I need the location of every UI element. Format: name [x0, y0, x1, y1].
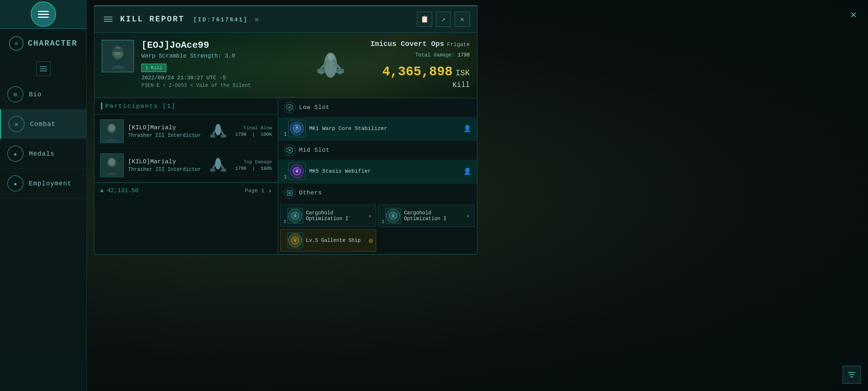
participant-stat-label-1: Final Blow [235, 125, 272, 131]
combat-icon: ✕ [8, 116, 25, 132]
svg-rect-4 [112, 49, 123, 52]
kill-location: P3EN-E < Z-D053 < Vale of the Silent [141, 83, 291, 88]
svg-point-17 [109, 124, 115, 131]
kill-report-modal: KILL REPORT [ID:7617641] ⊡ 📋 ↗ ✕ [94, 5, 477, 255]
participant-avatar-1 [100, 119, 124, 143]
warp-core-person-icon: 👤 [463, 125, 471, 133]
kill-hero: [EOJ]JoAce99 Warp Scramble Strength: 3.0… [94, 33, 477, 98]
sidebar: ⊙ CHARACTER ⊙ Bio ✕ Combat ★ Medals ★ Em… [0, 0, 87, 391]
svg-point-13 [319, 72, 323, 75]
sidebar-menu-btn[interactable] [36, 62, 51, 76]
menu-line-1 [40, 66, 47, 67]
svg-rect-29 [210, 169, 215, 172]
sidebar-item-label-employment: Employment [29, 180, 72, 187]
slot-item-warp-core[interactable]: 1 MK1 Warp Core Stabi [278, 117, 477, 140]
modal-menu-icon[interactable] [102, 13, 115, 26]
others-item-cargo-2[interactable]: 1 [378, 205, 474, 227]
hamburger-button[interactable] [31, 1, 56, 27]
ship-image [298, 40, 363, 91]
sidebar-item-employment[interactable]: ★ Employment [0, 169, 86, 198]
character-icon: ⊙ [9, 36, 24, 51]
ship-class: Frigate [447, 42, 470, 48]
participant-item-1[interactable]: [KILO]Marialy Thrasher III Interdictor [94, 114, 278, 148]
svg-rect-30 [221, 169, 226, 172]
svg-point-42 [392, 215, 394, 217]
svg-rect-41 [392, 214, 394, 215]
low-slot-items: 1 MK1 Warp Core Stabi [278, 117, 477, 140]
cargo-2-icon [385, 208, 401, 224]
others-icon [284, 187, 295, 199]
low-slot-title: Low Slot [299, 104, 330, 111]
modal-close-button[interactable]: ✕ [455, 12, 470, 27]
sidebar-nav-title: CHARACTER [28, 39, 77, 48]
sidebar-item-combat[interactable]: ✕ Combat [0, 109, 86, 139]
modal-menu-line-3 [104, 21, 112, 22]
participant-info-2: [KILO]Marialy Thrasher III Interdictor [128, 158, 201, 172]
participant-name-2: [KILO]Marialy [128, 158, 201, 165]
isk-value: 4,365,898 [382, 64, 452, 79]
medals-icon: ★ [7, 146, 24, 162]
skill-icon: V [287, 232, 303, 248]
participant-ship-1: Thrasher III Interdictor [128, 133, 201, 138]
others-header: Others [278, 184, 477, 202]
pagination-next[interactable]: › [268, 187, 272, 194]
participant-stats-1: Final Blow 1798 | 100% [235, 125, 272, 137]
kill-result: Kill [370, 81, 470, 89]
bio-icon: ⊙ [7, 86, 24, 102]
filter-button[interactable] [843, 366, 861, 384]
svg-rect-21 [210, 135, 215, 138]
sidebar-item-label-bio: Bio [29, 91, 42, 98]
sidebar-item-bio[interactable]: ⊙ Bio [0, 80, 86, 109]
mid-slot-section: Mid Slot 1 [278, 141, 477, 184]
ship-svg [307, 43, 354, 87]
modal-body: Participants [1] [KILO]Marialy [94, 98, 477, 254]
hamburger-line-2 [38, 14, 49, 15]
participant-ship-img-1 [205, 122, 231, 140]
svg-point-20 [215, 124, 221, 135]
sidebar-item-label-combat: Combat [30, 121, 56, 128]
slot-item-webifier[interactable]: 1 MK5 Stasis Webifier [278, 160, 477, 183]
footer-pagination: Page 1 › [245, 187, 272, 194]
copy-button[interactable]: 📋 [417, 12, 432, 27]
sidebar-item-medals[interactable]: ★ Medals [0, 139, 86, 169]
others-grid: 1 [278, 202, 477, 254]
webifier-person-icon: 👤 [463, 167, 471, 175]
ship-type-name: Imicus Covert Ops [370, 40, 444, 48]
participant-ship-img-2 [205, 156, 231, 175]
participants-panel: Participants [1] [KILO]Marialy [94, 98, 278, 254]
participant-item-2[interactable]: [KILO]Marialy Thrasher III Interdictor [94, 148, 278, 182]
pilot-avatar [102, 40, 134, 72]
cargo-1-icon-inner [288, 209, 302, 223]
mid-slot-icon [284, 144, 295, 156]
webifier-icon [288, 163, 306, 180]
skill-name: Lv.5 Gallente Ship [306, 237, 366, 243]
slot-item-warp-count: 1 [284, 131, 287, 137]
pilot-subtitle: Warp Scramble Strength: 3.0 [141, 53, 291, 59]
modal-actions: 📋 ↗ ✕ [417, 12, 470, 27]
cargo-1-close[interactable]: ✕ [367, 212, 373, 220]
cargo-2-close[interactable]: ✕ [465, 212, 471, 220]
export-button[interactable]: ↗ [436, 12, 451, 27]
skill-icon-inner: V [288, 234, 302, 247]
others-item-skill[interactable]: V Lv.5 Gallente Ship ◎ [280, 229, 376, 252]
damage-value: 1798 [458, 52, 470, 59]
participants-footer: ▲ 42,131.50 Page 1 › [94, 182, 278, 199]
svg-rect-22 [221, 135, 226, 138]
main-content: ✕ KILL REPORT [ID:7617641] ⊡ 📋 ↗ ✕ [87, 0, 868, 391]
app-close-button[interactable]: ✕ [844, 5, 863, 24]
sidebar-title-row: ⊙ CHARACTER [2, 29, 85, 58]
mid-slot-items: 1 MK5 Stasis Webifier [278, 160, 477, 183]
cargo-1-name: Cargohold Optimization I [306, 210, 364, 222]
low-slot-section: Low Slot 1 [278, 98, 477, 141]
svg-point-28 [215, 158, 221, 169]
cargo-2-name: Cargohold Optimization I [404, 210, 462, 222]
employment-icon: ★ [7, 175, 24, 192]
others-title: Others [299, 190, 322, 196]
webifier-icon-inner [290, 164, 304, 178]
damage-label: Total damage: [415, 52, 455, 58]
warp-core-icon [288, 120, 306, 137]
copy-id-icon[interactable]: ⊡ [255, 17, 259, 23]
low-slot-icon [284, 102, 295, 113]
others-item-cargo-1[interactable]: 1 [280, 205, 376, 227]
participant-avatar-2 [100, 154, 124, 177]
